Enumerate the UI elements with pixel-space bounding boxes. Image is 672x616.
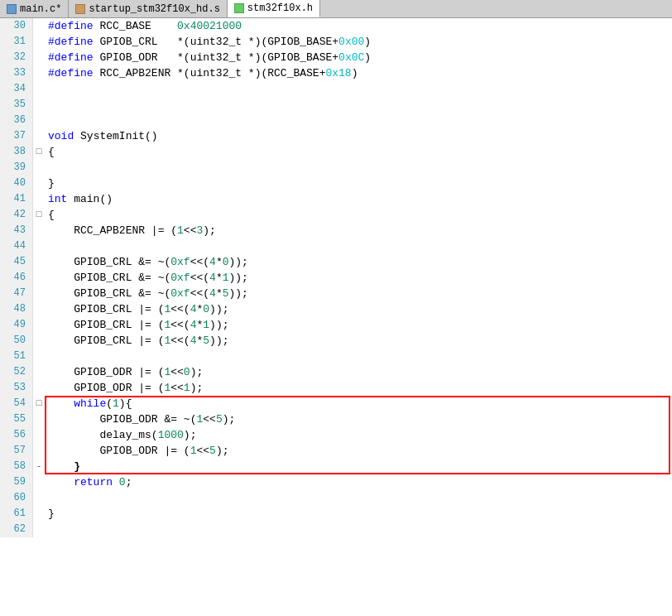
collapse-51 (33, 349, 45, 364)
table-row: 31 #define GPIOB_CRL *(uint32_t *)(GPIOB… (0, 34, 672, 50)
table-row: 40 } (0, 176, 672, 191)
tab-main-c[interactable]: main.c* (0, 0, 69, 17)
line-num-40: 40 (0, 176, 33, 191)
line-code-54: while(1){ (45, 396, 672, 411)
line-code-40: } (45, 176, 672, 191)
tab-icon-s (75, 4, 85, 14)
collapse-46 (33, 270, 45, 286)
line-num-32: 32 (0, 50, 33, 65)
table-row: 37 void SystemInit() (0, 128, 672, 144)
table-row: 54 □ while(1){ (0, 396, 672, 411)
line-code-32: #define GPIOB_ODR *(uint32_t *)(GPIOB_BA… (45, 50, 672, 65)
collapse-39 (33, 160, 45, 176)
table-row: 36 (0, 113, 672, 128)
table-row: 33 #define RCC_APB2ENR *(uint32_t *)(RCC… (0, 65, 672, 81)
line-num-39: 39 (0, 160, 33, 176)
table-row: 52 GPIOB_ODR |= (1<<0); (0, 364, 672, 380)
table-row: 43 RCC_APB2ENR |= (1<<3); (0, 223, 672, 238)
line-code-46: GPIOB_CRL &= ~(0xf<<(4*1)); (45, 270, 672, 286)
line-num-37: 37 (0, 128, 33, 144)
table-row: 62 (0, 522, 672, 537)
table-row: 32 #define GPIOB_ODR *(uint32_t *)(GPIOB… (0, 50, 672, 65)
collapse-58[interactable]: - (33, 459, 45, 474)
table-row: 42 □ { (0, 207, 672, 223)
collapse-36 (33, 113, 45, 128)
line-num-42: 42 (0, 207, 33, 223)
editor-container: main.c* startup_stm32f10x_hd.s stm32f10x… (0, 0, 672, 616)
collapse-50 (33, 333, 45, 349)
collapse-42[interactable]: □ (33, 207, 45, 223)
code-area: 30 #define RCC_BASE 0x40021000 31 #defin… (0, 18, 672, 616)
table-row: 38 □ { (0, 144, 672, 160)
tab-label-stm32f10x: stm32f10x.h (247, 2, 313, 14)
line-num-35: 35 (0, 97, 33, 113)
line-num-41: 41 (0, 191, 33, 207)
collapse-61 (33, 506, 45, 522)
line-code-37: void SystemInit() (45, 128, 672, 144)
collapse-62 (33, 522, 45, 537)
table-row: 59 return 0; (0, 474, 672, 490)
tab-startup[interactable]: startup_stm32f10x_hd.s (69, 0, 227, 17)
line-num-51: 51 (0, 349, 33, 364)
table-row: 51 (0, 349, 672, 364)
line-code-53: GPIOB_ODR |= (1<<1); (45, 380, 672, 396)
line-code-31: #define GPIOB_CRL *(uint32_t *)(GPIOB_BA… (45, 34, 672, 50)
table-row: 30 #define RCC_BASE 0x40021000 (0, 18, 672, 34)
line-num-53: 53 (0, 380, 33, 396)
collapse-47 (33, 286, 45, 301)
line-code-55: GPIOB_ODR &= ~(1<<5); (45, 411, 672, 427)
line-code-30: #define RCC_BASE 0x40021000 (45, 18, 672, 34)
collapse-40 (33, 176, 45, 191)
collapse-54[interactable]: □ (33, 396, 45, 411)
line-num-46: 46 (0, 270, 33, 286)
line-code-62 (45, 522, 672, 537)
line-code-59: return 0; (45, 474, 672, 490)
line-num-58: 58 (0, 459, 33, 474)
line-num-62: 62 (0, 522, 33, 537)
line-num-38: 38 (0, 144, 33, 160)
tab-bar: main.c* startup_stm32f10x_hd.s stm32f10x… (0, 0, 672, 18)
tab-label-startup: startup_stm32f10x_hd.s (89, 3, 219, 15)
collapse-56 (33, 427, 45, 443)
collapse-49 (33, 317, 45, 333)
line-num-55: 55 (0, 411, 33, 427)
line-code-57: GPIOB_ODR |= (1<<5); (45, 443, 672, 459)
tab-stm32f10x[interactable]: stm32f10x.h (228, 0, 320, 17)
tab-label-main-c: main.c* (20, 3, 61, 15)
collapse-45 (33, 254, 45, 270)
table-row: 61 } (0, 506, 672, 522)
table-row: 60 (0, 490, 672, 506)
line-num-48: 48 (0, 301, 33, 317)
collapse-38[interactable]: □ (33, 144, 45, 160)
collapse-30 (33, 18, 45, 34)
line-code-41: int main() (45, 191, 672, 207)
line-code-47: GPIOB_CRL &= ~(0xf<<(4*5)); (45, 286, 672, 301)
table-row: 34 (0, 81, 672, 97)
collapse-44 (33, 238, 45, 254)
line-code-43: RCC_APB2ENR |= (1<<3); (45, 223, 672, 238)
table-row: 45 GPIOB_CRL &= ~(0xf<<(4*0)); (0, 254, 672, 270)
collapse-35 (33, 97, 45, 113)
collapse-31 (33, 34, 45, 50)
table-row: 50 GPIOB_CRL |= (1<<(4*5)); (0, 333, 672, 349)
line-num-45: 45 (0, 254, 33, 270)
table-row: 35 (0, 97, 672, 113)
table-row: 56 delay_ms(1000); (0, 427, 672, 443)
collapse-37 (33, 128, 45, 144)
line-code-35 (45, 97, 672, 113)
collapse-33 (33, 65, 45, 81)
line-code-61: } (45, 506, 672, 522)
line-num-49: 49 (0, 317, 33, 333)
line-code-38: { (45, 144, 672, 160)
table-row: 57 GPIOB_ODR |= (1<<5); (0, 443, 672, 459)
line-num-52: 52 (0, 364, 33, 380)
line-num-61: 61 (0, 506, 33, 522)
collapse-43 (33, 223, 45, 238)
line-code-45: GPIOB_CRL &= ~(0xf<<(4*0)); (45, 254, 672, 270)
line-num-59: 59 (0, 474, 33, 490)
collapse-60 (33, 490, 45, 506)
line-code-60 (45, 490, 672, 506)
line-num-36: 36 (0, 113, 33, 128)
collapse-52 (33, 364, 45, 380)
collapse-41 (33, 191, 45, 207)
